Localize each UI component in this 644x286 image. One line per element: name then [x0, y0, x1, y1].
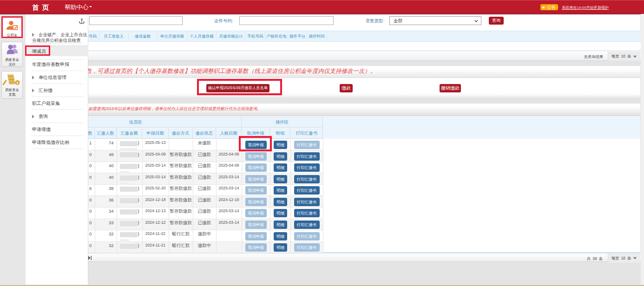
svg-text:¥: ¥ — [16, 81, 19, 85]
